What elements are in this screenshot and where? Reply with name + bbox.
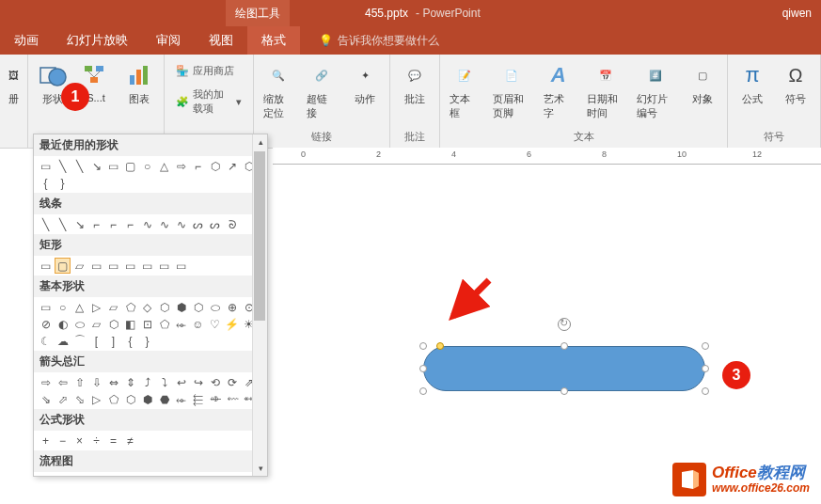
- shape-arrow-item[interactable]: ⇘: [38, 391, 54, 407]
- shape-basic-item[interactable]: ○: [55, 299, 71, 315]
- shape-line-item[interactable]: ᔕ: [207, 216, 223, 232]
- shape-arrow-item[interactable]: ⤴: [139, 374, 155, 390]
- photo-album-button[interactable]: 🖼 册: [0, 58, 31, 108]
- shape-basic-item[interactable]: ⬡: [190, 299, 206, 315]
- shape-arrow-item[interactable]: ↪: [190, 374, 206, 390]
- slidenum-button[interactable]: #️⃣幻灯片编号: [635, 58, 676, 122]
- resize-handle-se[interactable]: [702, 387, 709, 395]
- shape-arrow-item[interactable]: ⇨: [38, 374, 54, 390]
- shape-roundrect[interactable]: ▢: [122, 158, 138, 174]
- resize-handle-ne[interactable]: [702, 342, 709, 350]
- shape-basic-item[interactable]: △: [71, 299, 87, 315]
- myaddins-button[interactable]: 🧩我的加载项 ▾: [172, 86, 245, 118]
- comment-button[interactable]: 💬批注: [398, 58, 432, 108]
- resize-handle-e[interactable]: [702, 365, 709, 372]
- rotate-handle[interactable]: [558, 318, 571, 331]
- shape-arrow-item[interactable]: ⬣: [156, 391, 172, 407]
- store-button[interactable]: 🏪应用商店: [172, 62, 238, 80]
- tab-animation[interactable]: 动画: [0, 26, 53, 55]
- scroll-down-icon[interactable]: ▾: [253, 461, 268, 476]
- shape-rect-item[interactable]: ▱: [71, 258, 87, 274]
- shape-basic-item[interactable]: ⬭: [207, 299, 223, 315]
- resize-handle-s[interactable]: [560, 387, 568, 395]
- shape-plus[interactable]: +: [38, 433, 54, 449]
- shape-basic-item[interactable]: ☺: [190, 316, 206, 332]
- shape-arrow-item[interactable]: ⟲: [207, 374, 223, 390]
- shape-rect-item[interactable]: ▭: [173, 258, 189, 274]
- tab-view[interactable]: 视图: [195, 26, 247, 55]
- shape-triangle[interactable]: △: [156, 158, 172, 174]
- shape-arrow-item[interactable]: ↩: [173, 374, 189, 390]
- shape-arrow-item[interactable]: ⇕: [122, 374, 138, 390]
- shape-arrow-item[interactable]: ⬰: [173, 391, 189, 407]
- resize-handle-nw[interactable]: [419, 342, 427, 350]
- shape-line[interactable]: ╲: [55, 158, 71, 174]
- tab-slideshow[interactable]: 幻灯片放映: [53, 26, 142, 55]
- wordart-button[interactable]: A艺术字: [542, 58, 576, 122]
- shape-line-item[interactable]: ᘐ: [224, 216, 240, 232]
- shape-basic-item[interactable]: ⬠: [156, 316, 172, 332]
- shape-basic-item[interactable]: ☁: [55, 333, 71, 349]
- shape-basic-item[interactable]: ⊕: [224, 299, 240, 315]
- shape-line-item[interactable]: ╲: [55, 216, 71, 232]
- shape-basic-item[interactable]: ⬡: [156, 299, 172, 315]
- shape-basic-item[interactable]: ⌒: [71, 333, 87, 349]
- tell-me-search[interactable]: 💡 告诉我你想要做什么: [319, 26, 439, 55]
- shape-arrow2[interactable]: ↗: [224, 158, 240, 174]
- shape-brace-l[interactable]: {: [38, 175, 54, 191]
- scrollbar[interactable]: ▴ ▾: [252, 134, 267, 476]
- shape-equals[interactable]: =: [105, 433, 121, 449]
- scrollbar-thumb[interactable]: [254, 151, 265, 321]
- shape-line-item[interactable]: ⌐: [122, 216, 138, 232]
- shape-arrow-item[interactable]: ⬠: [105, 391, 121, 407]
- shape-basic-item[interactable]: ♡: [207, 316, 223, 332]
- shape-line-item[interactable]: ∿: [156, 216, 172, 232]
- shape-basic-item[interactable]: ⊡: [139, 316, 155, 332]
- object-button[interactable]: ▢对象: [686, 58, 719, 108]
- shape-brace-r[interactable]: }: [55, 175, 71, 191]
- shape-rect-item[interactable]: ▭: [88, 258, 104, 274]
- zoom-button[interactable]: 🔍缩放定位: [261, 58, 295, 122]
- shape-arrow-item[interactable]: ▷: [88, 391, 104, 407]
- adjust-handle[interactable]: [436, 342, 444, 350]
- shape-basic-item[interactable]: ☾: [38, 333, 54, 349]
- shape-basic-item[interactable]: [: [88, 333, 104, 349]
- shape-divide[interactable]: ÷: [88, 433, 104, 449]
- shape-elbow[interactable]: ⌐: [190, 158, 206, 174]
- textbox-button[interactable]: 📝文本框: [448, 58, 482, 122]
- shape-line-item[interactable]: ⌐: [88, 216, 104, 232]
- shape-arrow[interactable]: ⇨: [173, 158, 189, 174]
- shape-basic-item[interactable]: ▷: [88, 299, 104, 315]
- shape-arrow-item[interactable]: ⇦: [55, 374, 71, 390]
- shape-arrow-item[interactable]: ⬡: [122, 391, 138, 407]
- scroll-up-icon[interactable]: ▴: [253, 134, 268, 150]
- symbol-button[interactable]: Ω符号: [779, 58, 813, 108]
- shape-line-item[interactable]: ↘: [71, 216, 87, 232]
- shape-textbox[interactable]: ▭: [38, 158, 54, 174]
- slide-canvas[interactable]: 0 2 4 6 8 10 12: [273, 149, 821, 504]
- shape-basic-item[interactable]: ⬢: [173, 299, 189, 315]
- header-footer-button[interactable]: 📄页眉和页脚: [491, 58, 532, 122]
- shape-basic-item[interactable]: ▱: [105, 299, 121, 315]
- shape-basic-item[interactable]: }: [139, 333, 155, 349]
- shape-line-item[interactable]: ᔕ: [190, 216, 206, 232]
- shape-basic-item[interactable]: ⬠: [122, 299, 138, 315]
- tab-format[interactable]: 格式: [247, 26, 300, 55]
- shape-line2[interactable]: ╲: [71, 158, 87, 174]
- shape-basic-item[interactable]: ⊘: [38, 316, 54, 332]
- shape-arrow-item[interactable]: ⬱: [190, 391, 206, 407]
- shape-star[interactable]: ⬡: [207, 158, 223, 174]
- shape-arrow-item[interactable]: ⤵: [156, 374, 172, 390]
- shape-arrow-item[interactable]: ⬲: [207, 391, 223, 407]
- action-button[interactable]: ✦动作: [348, 58, 382, 108]
- shape-circle[interactable]: ○: [139, 158, 155, 174]
- shape-arrow-item[interactable]: ⬳: [224, 391, 240, 407]
- shape-noteq[interactable]: ≠: [122, 433, 138, 449]
- resize-handle-w[interactable]: [419, 365, 427, 372]
- shape-basic-item[interactable]: {: [122, 333, 138, 349]
- shape-arrow-item[interactable]: ⇔: [105, 374, 121, 390]
- shape-line-item[interactable]: ∿: [139, 216, 155, 232]
- shape-minus[interactable]: −: [55, 433, 71, 449]
- shape-basic-item[interactable]: ◐: [55, 316, 71, 332]
- resize-handle-sw[interactable]: [419, 387, 427, 395]
